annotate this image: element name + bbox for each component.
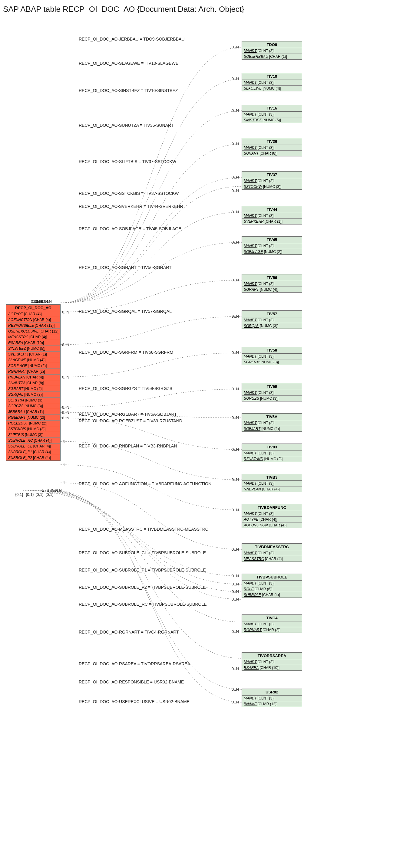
entity-field: MANDT [CLNT (3)] bbox=[242, 481, 302, 487]
entity-tiv83: TIV83MANDT [CLNT (3)]RZUSTAND [NUMC (2)] bbox=[241, 443, 302, 462]
entity-field: MANDT [CLNT (3)] bbox=[242, 390, 302, 396]
entity-field: MANDT [CLNT (3)] bbox=[242, 621, 302, 627]
entity-title: TIVORRSAREA bbox=[242, 653, 302, 659]
entity-field: SINSTBEZ [NUMC (5)] bbox=[242, 117, 302, 123]
target-cardinality: 0..N bbox=[232, 386, 239, 391]
entity-field: SUBROLE_RC [CHAR (4)] bbox=[6, 438, 60, 443]
entity-tivbdarfunc: TIVBDARFUNCMANDT [CLNT (3)]AOTYPE [CHAR … bbox=[241, 504, 302, 528]
relation-label: RECP_OI_DOC_AO-RSAREA = TIVORRSAREA-RSAR… bbox=[79, 661, 190, 666]
entity-field: USEREXCLUSIVE [CHAR (12)] bbox=[6, 329, 60, 334]
entity-tiv45: TIV45MANDT [CLNT (3)]SOBJLAGE [NUMC (2)] bbox=[241, 236, 302, 255]
source-cardinality: 0..N bbox=[62, 375, 69, 379]
source-cardinality: {0,1} bbox=[46, 492, 54, 497]
entity-field: SOBJART [NUMC (2)] bbox=[242, 426, 302, 431]
entity-field: MANDT [CLNT (3)] bbox=[242, 281, 302, 287]
entity-tiv58: TIV58MANDT [CLNT (3)]SGRFRM [NUMC (3)] bbox=[241, 347, 302, 365]
relation-edge bbox=[61, 212, 241, 303]
entity-title: TIV58 bbox=[242, 347, 302, 354]
target-cardinality: 0..N bbox=[232, 240, 239, 244]
entity-field: SLIFTBIS [NUMC (3)] bbox=[6, 432, 60, 438]
entity-field: MANDT [CLNT (3)] bbox=[242, 243, 302, 249]
entity-tiv37: TIV37MANDT [CLNT (3)]SSTOCKW [NUMC (3)] bbox=[241, 171, 302, 190]
entity-title: TDO9 bbox=[242, 41, 302, 48]
target-cardinality: 0..N bbox=[232, 700, 239, 704]
entity-field: MANDT [CLNT (3)] bbox=[242, 317, 302, 323]
entity-field: RGEBART [NUMC (2)] bbox=[6, 415, 60, 421]
entity-field: SUBROLE_CL [CHAR (4)] bbox=[6, 443, 60, 449]
source-cardinality: {0,1} bbox=[26, 492, 34, 497]
entity-field: JERBBAU [CHAR (1)] bbox=[6, 409, 60, 415]
entity-field: SGRQAL [NUMC (3)] bbox=[242, 323, 302, 329]
relation-label: RECP_OI_DOC_AO-SINSTBEZ = TIV16-SINSTBEZ bbox=[79, 88, 178, 93]
entity-field: SGRGZS [NUMC (3)] bbox=[242, 396, 302, 401]
relation-label: RECP_OI_DOC_AO-RNBPLAN = TIVB3-RNBPLAN bbox=[79, 443, 177, 448]
entity-title: TIV59 bbox=[242, 383, 302, 390]
entity-field: SSTOCKW [NUMC (3)] bbox=[242, 184, 302, 189]
target-cardinality: 0..N bbox=[232, 597, 239, 601]
relation-label: RECP_OI_DOC_AO-SUBROLE_CL = TIVBPSUBROLE… bbox=[79, 550, 206, 555]
target-cardinality: 0..N bbox=[232, 582, 239, 586]
relation-label: RECP_OI_DOC_AO-SUNUTZA = TIV36-SUNART bbox=[79, 123, 173, 128]
relation-edge bbox=[51, 490, 241, 689]
relation-label: RECP_OI_DOC_AO-RGEBART = TIV5A-SOBJART bbox=[79, 412, 177, 416]
entity-field: BNAME [CHAR (12)] bbox=[242, 701, 302, 707]
entity-field: RESPONSIBLE [CHAR (12)] bbox=[6, 323, 60, 329]
source-cardinality: 0..N bbox=[62, 405, 69, 410]
entity-tivb3: TIVB3MANDT [CLNT (3)]RNBPLAN [CHAR (4)] bbox=[241, 474, 302, 492]
relation-label: RECP_OI_DOC_AO-SUBROLE_P2 = TIVBPSUBROLE… bbox=[79, 585, 206, 590]
entity-field: RZUSTAND [NUMC (2)] bbox=[242, 456, 302, 462]
entity-title: TIV83 bbox=[242, 444, 302, 451]
relation-label: RECP_OI_DOC_AO-SUBROLE_P1 = TIVBPSUBROLE… bbox=[79, 567, 206, 572]
entity-title: TIV10 bbox=[242, 73, 302, 80]
relation-label: RECP_OI_DOC_AO-RGRNART = TIVC4-RGRNART bbox=[79, 629, 179, 634]
source-cardinality: 0..N bbox=[62, 410, 69, 415]
entity-field: MANDT [CLNT (3)] bbox=[242, 420, 302, 426]
relation-label: RECP_OI_DOC_AO-RGEBZUST = TIV83-RZUSTAND bbox=[79, 418, 182, 423]
entity-field: MANDT [CLNT (3)] bbox=[242, 145, 302, 151]
entity-tiv56: TIV56MANDT [CLNT (3)]SGRART [NUMC (4)] bbox=[241, 274, 302, 292]
entity-field: MANDT [CLNT (3)] bbox=[242, 80, 302, 86]
relation-label: RECP_OI_DOC_AO-SSTCKBIS = TIV37-SSTOCKW bbox=[79, 191, 179, 196]
entity-recp_oi_doc_ao: RECP_OI_DOC_AOAOTYPE [CHAR (4)]AOFUNCTIO… bbox=[6, 304, 61, 461]
entity-field: SUBROLE_P1 [CHAR (4)] bbox=[6, 449, 60, 455]
target-cardinality: 0..N bbox=[232, 45, 239, 49]
relation-label: RECP_OI_DOC_AO-AOFUNCTION = TIVBDARFUNC-… bbox=[79, 482, 211, 486]
relation-edge bbox=[61, 47, 241, 303]
entity-tivorrsarea: TIVORRSAREAMANDT [CLNT (3)]RSAREA [CHAR … bbox=[241, 652, 302, 671]
entity-field: AOFUNCTION [CHAR (4)] bbox=[6, 317, 60, 323]
entity-field: MANDT [CLNT (3)] bbox=[242, 695, 302, 701]
entity-field: SUBROLE_P2 [CHAR (4)] bbox=[6, 455, 60, 461]
relation-edge bbox=[33, 490, 241, 592]
relation-label: RECP_OI_DOC_AO-MEASSTRC = TIVBDMEASSTRC-… bbox=[79, 527, 208, 532]
entity-tdo9: TDO9MANDT [CLNT (3)]SOBJERBBAU [CHAR (1)… bbox=[241, 41, 302, 60]
entity-field: MANDT [CLNT (3)] bbox=[242, 659, 302, 665]
relation-label: RECP_OI_DOC_AO-USEREXCLUSIVE = USR02-BNA… bbox=[79, 699, 190, 704]
entity-title: TIV37 bbox=[242, 172, 302, 178]
target-cardinality: 0..N bbox=[232, 447, 239, 452]
source-cardinality: 1 bbox=[63, 463, 65, 467]
entity-title: TIV44 bbox=[242, 206, 302, 213]
relation-label: RECP_OI_DOC_AO-SGRFRM = TIV58-SGRFRM bbox=[79, 350, 173, 354]
relation-edge bbox=[61, 483, 241, 550]
entity-title: TIVBDMEASSTRC bbox=[242, 544, 302, 550]
entity-field: SGRART [NUMC (4)] bbox=[6, 386, 60, 392]
target-cardinality: 0..N bbox=[232, 508, 239, 512]
entity-field: SOBJERBBAU [CHAR (1)] bbox=[242, 54, 302, 59]
source-cardinality: 0..N bbox=[62, 342, 69, 347]
entity-field: MANDT [CLNT (3)] bbox=[242, 511, 302, 517]
entity-title: TIV16 bbox=[242, 105, 302, 112]
target-cardinality: 0..N bbox=[232, 350, 239, 355]
entity-field: MANDT [CLNT (3)] bbox=[242, 550, 302, 556]
source-cardinality: 1 bbox=[63, 439, 65, 444]
target-cardinality: 0..N bbox=[232, 278, 239, 282]
entity-field: ROLE [CHAR (6)] bbox=[242, 586, 302, 592]
entity-field: SSTCKBIS [NUMC (3)] bbox=[6, 426, 60, 432]
entity-title: RECP_OI_DOC_AO bbox=[6, 305, 60, 311]
entity-tivbdmeasstrc: TIVBDMEASSTRCMANDT [CLNT (3)]MEASSTRC [C… bbox=[241, 544, 302, 562]
relation-label: RECP_OI_DOC_AO-SGRQAL = TIV57-SGRQAL bbox=[79, 309, 172, 314]
entity-field: MANDT [CLNT (3)] bbox=[242, 48, 302, 54]
target-cardinality: 0..N bbox=[232, 210, 239, 214]
source-cardinality: 0..N bbox=[45, 299, 52, 304]
source-cardinality: 0..N bbox=[62, 310, 69, 314]
page-title: SAP ABAP table RECP_OI_DOC_AO {Document … bbox=[3, 4, 400, 14]
